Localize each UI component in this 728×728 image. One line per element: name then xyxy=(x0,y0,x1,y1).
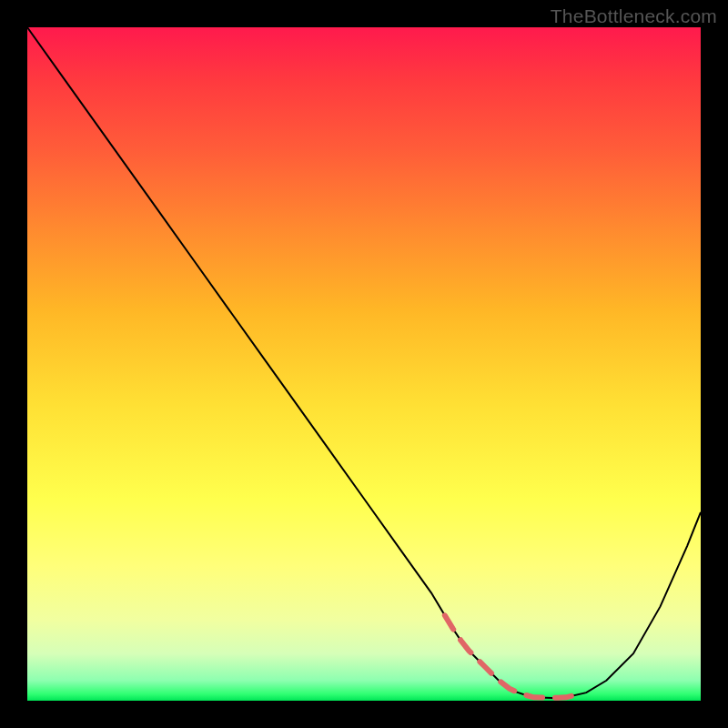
bottleneck-curve xyxy=(27,27,701,698)
watermark-text: TheBottleneck.com xyxy=(551,5,717,27)
plot-area xyxy=(27,27,701,701)
curve-svg xyxy=(27,27,701,701)
chart-frame: TheBottleneck.com xyxy=(0,0,728,728)
optimal-range-dashes xyxy=(445,615,582,698)
